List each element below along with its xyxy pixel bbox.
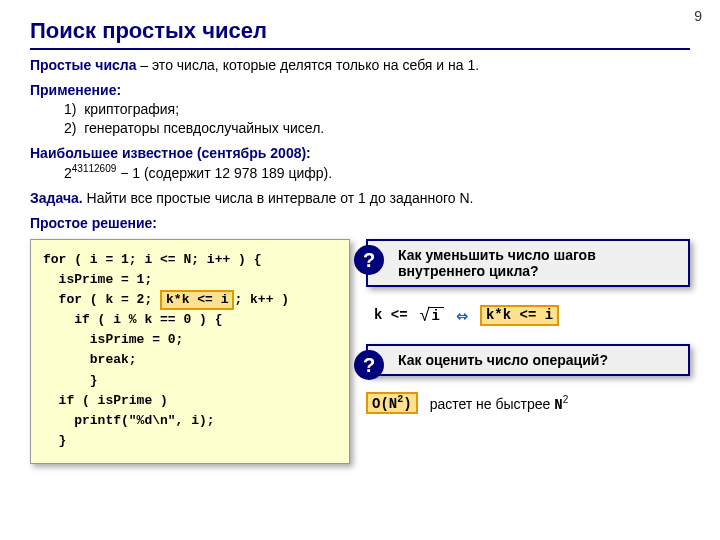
task-label: Задача. xyxy=(30,190,83,206)
question-mark-icon: ? xyxy=(354,350,384,380)
intro-label: Простые числа xyxy=(30,57,136,73)
task-line: Задача. Найти все простые числа в интерв… xyxy=(30,189,690,208)
question-box-1: ? Как уменьшить число шагов внутреннего … xyxy=(366,239,690,287)
question-2-text: Как оценить число операций? xyxy=(398,352,608,368)
question-mark-icon: ? xyxy=(354,245,384,275)
big-o-box: O(N2) xyxy=(366,392,418,414)
complexity-row: O(N2) растет не быстрее N2 xyxy=(366,392,690,414)
applications-item-1: 1) криптография; xyxy=(64,100,690,119)
page-title: Поиск простых чисел xyxy=(30,18,690,50)
page-number: 9 xyxy=(694,8,702,24)
largest-block: Наибольшее известное (сентябрь 2008): 24… xyxy=(30,144,690,183)
formula-row: k <= √ i ⇔ k*k <= i xyxy=(374,303,690,328)
largest-label: Наибольшее известное (сентябрь 2008): xyxy=(30,144,690,163)
largest-value: 243112609 − 1 (содержит 12 978 189 цифр)… xyxy=(64,162,690,183)
question-box-2: ? Как оценить число операций? xyxy=(366,344,690,376)
code-block: for ( i = 1; i <= N; i++ ) { isPrime = 1… xyxy=(30,239,350,464)
task-text: Найти все простые числа в интервале от 1… xyxy=(83,190,474,206)
question-1-text: Как уменьшить число шагов внутреннего ци… xyxy=(398,247,596,279)
applications-item-2: 2) генераторы псевдослучайных чисел. xyxy=(64,119,690,138)
applications-block: Применение: 1) криптография; 2) генерато… xyxy=(30,81,690,138)
intro-line: Простые числа – это числа, которые делят… xyxy=(30,56,690,75)
applications-label: Применение: xyxy=(30,81,690,100)
sqrt-expression: √ i xyxy=(420,305,444,326)
formula-box: k*k <= i xyxy=(480,305,559,326)
formula-lhs: k <= xyxy=(374,307,408,323)
growth-text: растет не быстрее N2 xyxy=(430,394,569,413)
code-highlight: k*k <= i xyxy=(160,290,234,310)
intro-text: – это числа, которые делятся только на с… xyxy=(136,57,479,73)
simple-solution-label: Простое решение: xyxy=(30,214,690,233)
double-arrow-icon: ⇔ xyxy=(456,303,468,328)
